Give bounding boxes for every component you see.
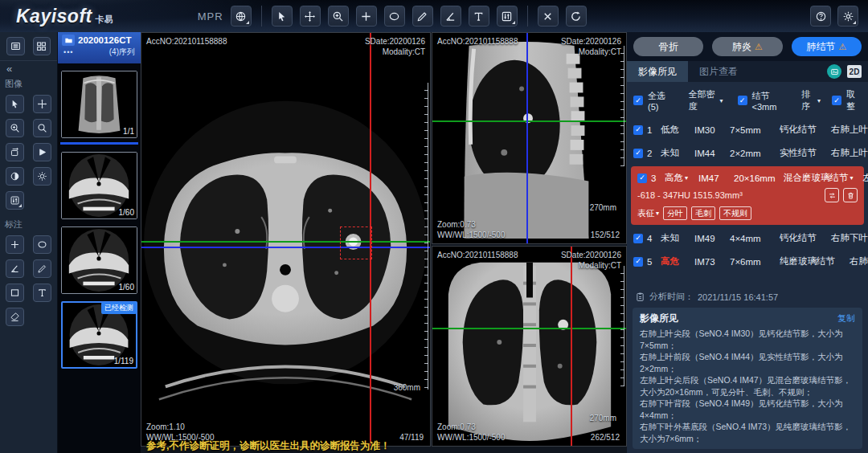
cursor-tool-button[interactable]	[272, 6, 293, 27]
category-pneumonia-button[interactable]: 肺炎 ⚠	[712, 37, 782, 56]
axial-slice-ruler[interactable]	[424, 83, 428, 390]
sb-invert-button[interactable]	[6, 167, 24, 186]
sb-cine-play-button[interactable]	[33, 143, 51, 161]
nodule-risk-dropdown[interactable]: 高危▾	[665, 172, 698, 184]
nodule-checkbox[interactable]	[633, 234, 643, 243]
settings-button[interactable]	[837, 6, 858, 27]
mpr-layout-button[interactable]	[231, 6, 252, 27]
nodule-delete-button[interactable]	[843, 188, 858, 202]
sort-dropdown[interactable]: 排序 ▾	[801, 88, 821, 112]
feature-chip-spiculation[interactable]: 毛刺	[691, 206, 715, 220]
nodule-checkbox[interactable]	[633, 149, 643, 158]
series-thumbnail-2[interactable]: 1/60	[61, 152, 137, 219]
ruler-tool-button[interactable]	[412, 6, 433, 27]
tab-image-view[interactable]: 图片查看	[688, 61, 749, 82]
sb-ellipse-annot-button[interactable]	[33, 235, 51, 254]
density-filter-label: 全部密度	[688, 88, 718, 112]
feature-chip-lobulation[interactable]: 分叶	[663, 206, 687, 220]
feature-dropdown[interactable]: 表征▾	[637, 208, 659, 219]
series-list-button[interactable]	[6, 37, 25, 55]
nodule-row-1[interactable]: 1 低危 IM30 7×5mm 钙化结节 右肺上叶	[627, 118, 868, 141]
collapse-sidebar-button[interactable]: «	[0, 61, 12, 75]
more-icon[interactable]: •••	[63, 48, 73, 56]
gallery-icon[interactable]	[827, 64, 841, 79]
angle-tool-button[interactable]	[440, 6, 461, 27]
nodule-roi-box[interactable]	[340, 226, 372, 259]
nodule-row-5[interactable]: 5 高危 IM73 7×6mm 纯磨玻璃结节 右肺下叶	[627, 250, 868, 273]
reset-button[interactable]	[566, 6, 587, 27]
sagittal-viewport[interactable]: AccNO:202101158888 SDate:20200126 Modali…	[432, 32, 627, 244]
sb-brightness-button[interactable]	[33, 167, 51, 186]
sagittal-nodule-line-green[interactable]	[432, 120, 626, 122]
category-buttons-row: 骨折 肺炎 ⚠ 肺结节 ⚠	[627, 32, 868, 61]
copy-findings-button[interactable]: 复制	[837, 312, 855, 324]
coronal-crosshair-vertical[interactable]	[571, 247, 572, 446]
sb-rotate-button[interactable]	[6, 143, 24, 161]
sagittal-crosshair-vertical[interactable]	[526, 33, 528, 243]
axial-coronal-crosshair[interactable]	[141, 247, 430, 248]
nodule-compare-button[interactable]	[825, 188, 839, 202]
select-all-checkbox[interactable]	[633, 96, 643, 105]
axial-viewport[interactable]: AccNO:202101158888 SDate:20200126 Modali…	[141, 32, 431, 447]
nodule-checkbox[interactable]	[633, 257, 643, 267]
series-thumbnail-4[interactable]: 已经检测 1/119	[61, 301, 137, 369]
density-filter-dropdown[interactable]: 全部密度 ▾	[688, 88, 723, 112]
brand-name: Kayisoft	[16, 6, 92, 27]
nodule-size: 4×4mm	[730, 234, 780, 243]
sb-rect-annot-button[interactable]	[6, 284, 24, 302]
zoom-tool-button[interactable]	[328, 6, 349, 27]
play-icon	[37, 147, 47, 157]
text-tool-button[interactable]	[469, 6, 489, 27]
layout-grid-button[interactable]	[33, 37, 51, 55]
series-thumbnail-3[interactable]: 1/60	[61, 226, 137, 294]
small-nodule-checkbox[interactable]	[738, 96, 747, 105]
delete-annotation-button[interactable]	[538, 6, 559, 27]
coronal-viewport[interactable]: AccNO:202101158888 SDate:20200126 Modali…	[432, 246, 627, 447]
nodule-checkbox[interactable]	[637, 173, 647, 183]
crosshair-tool-button[interactable]	[356, 6, 377, 27]
text-tool-icon	[37, 288, 47, 298]
close-icon	[542, 10, 554, 22]
coronal-slice-ruler[interactable]	[620, 266, 624, 386]
nodule-index: 1	[647, 125, 652, 135]
nodule-location-dropdown[interactable]: 左肺上叶▾	[854, 172, 868, 184]
nodule-checkbox[interactable]	[633, 125, 643, 135]
sb-eraser-button[interactable]	[6, 308, 24, 326]
category-lung-nodule-button[interactable]: 肺结节 ⚠	[792, 37, 862, 56]
sb-zoom-in-button[interactable]	[6, 119, 24, 137]
brightness-icon	[37, 171, 47, 182]
sagittal-slice-ruler[interactable]	[620, 46, 624, 166]
thumbnail-slice-label: 1/60	[119, 208, 134, 217]
nodule-type-dropdown[interactable]: 混合磨玻璃结节▾	[784, 172, 854, 184]
ellipse-tool-button[interactable]	[384, 6, 405, 27]
pan-tool-button[interactable]	[300, 6, 321, 27]
series-thumbnail-1[interactable]: 1/1	[61, 71, 137, 138]
nodule-row-4[interactable]: 4 未知 IM49 4×4mm 钙化结节 右肺下叶	[627, 226, 868, 250]
axial-nodule-line-green[interactable]	[141, 241, 430, 243]
category-label: 骨折	[659, 40, 678, 54]
coronal-nodule-line-green[interactable]	[432, 328, 626, 329]
category-fracture-button[interactable]: 骨折	[633, 37, 703, 56]
window-level-button[interactable]	[497, 6, 518, 27]
pan-icon	[37, 99, 47, 109]
tab-imaging-findings[interactable]: 影像所见	[627, 61, 688, 82]
nodule-row-3-selected[interactable]: 3 高危▾ IM47 20×16mm 混合磨玻璃结节▾ 左肺上叶▾ -618 -…	[631, 166, 864, 225]
crosshair-icon	[10, 239, 20, 250]
help-button[interactable]	[810, 6, 831, 27]
nodule-row-2[interactable]: 2 未知 IM44 2×2mm 实性结节 右肺上叶	[627, 141, 868, 165]
sb-crosshair-annot-button[interactable]	[6, 235, 24, 254]
sb-text-annot-button[interactable]	[33, 284, 51, 302]
round-checkbox[interactable]	[832, 96, 841, 105]
2d-view-toggle[interactable]: 2D	[847, 65, 862, 78]
sb-pan-tool-button[interactable]	[33, 95, 51, 113]
sb-ruler-annot-button[interactable]	[33, 259, 51, 278]
nodule-size: 7×5mm	[730, 125, 780, 135]
sb-angle-annot-button[interactable]	[6, 259, 24, 278]
sb-cursor-tool-button[interactable]	[6, 95, 24, 113]
feature-chip-irregular[interactable]: 不规则	[719, 206, 751, 220]
series-count: (4)序列	[109, 47, 135, 58]
study-card[interactable]: 20200126CT ••• (4)序列	[58, 32, 141, 63]
sb-magnify-button[interactable]	[33, 119, 51, 137]
sb-window-level-button[interactable]	[6, 191, 24, 210]
nodule-location: 右肺上叶	[817, 147, 868, 159]
